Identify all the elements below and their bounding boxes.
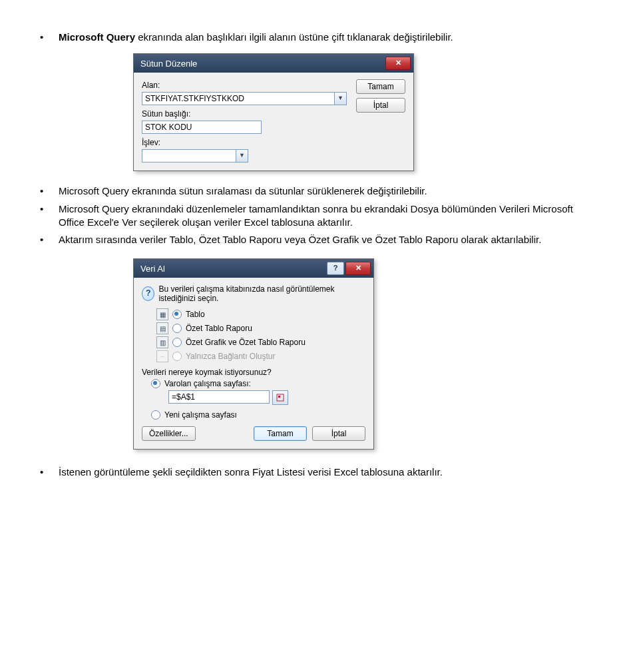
bullet-text: Microsoft Query ekranındaki düzenlemeler… xyxy=(59,202,599,230)
titlebar[interactable]: Sütun Düzenle xyxy=(134,54,413,73)
close-icon[interactable] xyxy=(385,57,411,70)
svg-rect-1 xyxy=(278,396,280,398)
alan-combo[interactable]: ▼ xyxy=(142,92,347,105)
question-icon: ? xyxy=(142,286,154,301)
option-ozet-grafik[interactable]: ▥ Özet Grafik ve Özet Tablo Raporu xyxy=(156,336,365,348)
bullet-marker: • xyxy=(40,202,59,216)
ok-button[interactable]: Tamam xyxy=(356,79,405,94)
option-varolan-sayfa[interactable]: Varolan çalışma sayfası: xyxy=(151,379,365,388)
bullet-item: • Microsoft Query ekranındaki düzenlemel… xyxy=(40,202,599,230)
bullet-marker: • xyxy=(40,466,59,479)
option-label: Tablo xyxy=(186,310,205,319)
islev-combo[interactable]: ▼ xyxy=(142,149,248,163)
bullet-item: • Microsoft Query ekranında alan başlıkl… xyxy=(40,31,599,44)
alan-input[interactable] xyxy=(142,92,335,105)
bullet-marker: • xyxy=(40,184,59,198)
islev-input[interactable] xyxy=(142,149,236,163)
cancel-button[interactable]: İptal xyxy=(312,426,365,441)
bullet-text: İstenen görüntüleme şekli seçildikten so… xyxy=(59,466,599,479)
option-tablo[interactable]: ▦ Tablo xyxy=(156,308,365,320)
option-label: Özet Grafik ve Özet Tablo Raporu xyxy=(186,338,306,347)
dialog-title: Sütun Düzenle xyxy=(140,59,197,69)
radio-icon[interactable] xyxy=(151,410,160,420)
dialog-wrapper: Veri Al ? ? Bu verileri çalışma kitabını… xyxy=(133,258,599,450)
sutun-basligi-input[interactable] xyxy=(142,121,262,134)
bullet-text: Microsoft Query ekranında sütun sıralama… xyxy=(59,184,599,198)
cell-reference-row xyxy=(168,390,288,405)
bullet-text-rest: ekranında alan başlıkları ilgili alanın … xyxy=(135,31,453,43)
chevron-down-icon[interactable]: ▼ xyxy=(236,149,248,163)
bullet-text: Aktarım sırasında veriler Tablo, Özet Ta… xyxy=(59,233,599,246)
ok-button[interactable]: Tamam xyxy=(254,426,307,441)
properties-button[interactable]: Özellikler... xyxy=(142,426,196,441)
cell-reference-input[interactable] xyxy=(168,390,270,404)
help-icon[interactable]: ? xyxy=(327,262,344,275)
label-islev: İşlev: xyxy=(142,138,347,147)
bullet-item: • Aktarım sırasında veriler Tablo, Özet … xyxy=(40,233,599,246)
option-ozet-tablo[interactable]: ▤ Özet Tablo Raporu xyxy=(156,322,365,334)
bold-term: Microsoft Query xyxy=(59,31,135,43)
label-alan: Alan: xyxy=(142,81,347,90)
titlebar[interactable]: Veri Al ? xyxy=(134,259,373,278)
connection-icon: ⎓ xyxy=(156,350,168,362)
column-edit-dialog: Sütun Düzenle Alan: ▼ Sütun başlığı: İşl… xyxy=(133,53,414,171)
bullet-text: Microsoft Query ekranında alan başlıklar… xyxy=(59,31,599,44)
prompt-text: Bu verileri çalışma kitabınızda nasıl gö… xyxy=(158,284,365,303)
radio-icon[interactable] xyxy=(172,310,182,319)
dialog-title: Veri Al xyxy=(140,264,165,274)
radio-icon xyxy=(172,352,182,361)
chevron-down-icon[interactable]: ▼ xyxy=(335,92,347,105)
option-yeni-sayfa[interactable]: Yeni çalışma sayfası xyxy=(151,410,365,420)
option-label: Varolan çalışma sayfası: xyxy=(164,379,251,388)
radio-icon[interactable] xyxy=(172,324,182,333)
info-row: ? Bu verileri çalışma kitabınızda nasıl … xyxy=(142,284,365,303)
label-sutun-basligi: Sütun başlığı: xyxy=(142,109,347,119)
import-data-dialog: Veri Al ? ? Bu verileri çalışma kitabını… xyxy=(133,258,374,450)
bullet-marker: • xyxy=(40,31,59,44)
range-selector-icon[interactable] xyxy=(272,390,288,405)
option-label: Özet Tablo Raporu xyxy=(186,324,252,333)
option-label: Yeni çalışma sayfası xyxy=(164,410,237,420)
radio-icon[interactable] xyxy=(172,338,182,347)
where-prompt: Verileri nereye koymak istiyorsunuz? xyxy=(142,368,365,377)
close-icon[interactable] xyxy=(345,262,371,275)
bullet-item: • Microsoft Query ekranında sütun sırala… xyxy=(40,184,599,198)
bullet-marker: • xyxy=(40,233,59,246)
bullet-item: • İstenen görüntüleme şekli seçildikten … xyxy=(40,466,599,479)
option-yalnizca-baglanti: ⎓ Yalnızca Bağlantı Oluştur xyxy=(156,350,365,362)
cancel-button[interactable]: İptal xyxy=(356,98,405,113)
pivottable-icon: ▤ xyxy=(156,322,168,334)
pivotchart-icon: ▥ xyxy=(156,336,168,348)
option-label: Yalnızca Bağlantı Oluştur xyxy=(186,352,276,361)
table-icon: ▦ xyxy=(156,308,168,320)
radio-icon[interactable] xyxy=(151,379,160,388)
dialog-wrapper: Sütun Düzenle Alan: ▼ Sütun başlığı: İşl… xyxy=(133,53,599,171)
